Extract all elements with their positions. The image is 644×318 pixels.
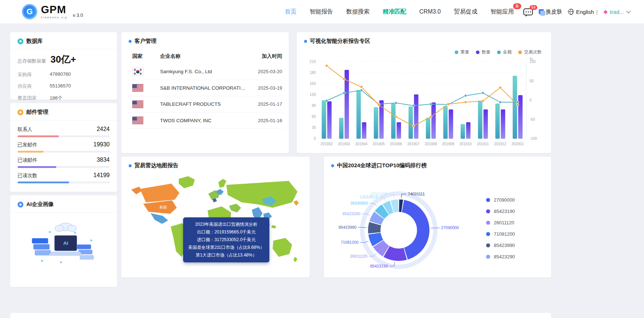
navbar: G GPM tradesns.vip v 3.0 首页智能报告数据搜索精准匹配C…	[0, 0, 644, 23]
divider: |	[596, 9, 598, 15]
legend-dot	[486, 243, 490, 247]
company-name: TABLECRAFT PRODUCTS	[160, 101, 247, 107]
new-badge: 新	[513, 3, 521, 9]
flag-icon-us	[132, 117, 143, 124]
db-stat-value: 186个	[50, 95, 62, 101]
country-greenland	[179, 176, 195, 188]
db-stat-label: 供应商	[18, 83, 40, 90]
country-japan	[293, 201, 299, 206]
analysis-report-card: 可视化智能分析报告专区 重量数量金额交易次数 03060901201501802…	[297, 32, 551, 153]
database-icon	[18, 38, 23, 44]
language-label: English	[576, 9, 594, 15]
legend-dot	[476, 50, 480, 54]
progress-bar-fill	[18, 135, 59, 137]
svg-text:201907: 201907	[408, 142, 420, 146]
nav-item-精准匹配[interactable]: 精准匹配	[383, 8, 406, 16]
mail-stat-value: 2424	[96, 126, 110, 132]
nav-item-CRM3.0[interactable]: CRM3.0	[419, 8, 441, 15]
nav-item-智能报告[interactable]: 智能报告	[310, 8, 333, 16]
progress-bar-track	[18, 182, 110, 183]
db-stat-row: 供应商55136570	[18, 81, 110, 92]
logo-subtitle: tradesns.vip	[41, 16, 68, 19]
svg-text:0: 0	[530, 98, 532, 102]
svg-text:201902: 201902	[321, 142, 333, 146]
svg-text:-100: -100	[530, 136, 537, 141]
legend-dot	[486, 198, 490, 202]
db-stat-row: 覆盖国家186个	[18, 92, 110, 104]
svg-text:150: 150	[310, 82, 316, 86]
legend-dot	[455, 50, 458, 54]
donut-legend-item-85423290[interactable]: 85423290	[486, 254, 515, 259]
country-alaska	[131, 187, 141, 194]
legend-item-交易次数[interactable]: 交易次数	[518, 49, 542, 55]
legend-item-数量[interactable]: 数量	[476, 49, 490, 55]
tooltip-line: 美国是全球第2出口市场（占比8.68%）	[187, 244, 265, 251]
svg-text:210: 210	[310, 60, 316, 64]
customer-table-row[interactable]: TABLECRAFT PRODUCTS2025-01-17	[127, 96, 284, 113]
user-menu[interactable]: ◆ trad...	[603, 8, 630, 15]
legend-item-金额[interactable]: 金额	[497, 49, 512, 55]
analysis-bar-line-chart[interactable]: 0306090120150180210-100-50050100%2019022…	[304, 56, 544, 148]
legend-item-重量[interactable]: 重量	[455, 49, 469, 55]
donut-legend-item-85423190[interactable]: 85423190	[486, 209, 515, 214]
donut-legend-item-85423990[interactable]: 85423990	[486, 243, 515, 248]
svg-text:201903: 201903	[338, 142, 351, 146]
map-us-label: 美国	[159, 205, 166, 209]
import-donut-chart[interactable]: 7403111127090000854231902601112071081200…	[324, 173, 485, 283]
map-card-header: 贸易雷达地图报告	[121, 157, 310, 173]
donut-legend-item-27090000[interactable]: 27090000	[486, 197, 515, 203]
europe-dark	[212, 198, 217, 202]
country-canada	[140, 184, 179, 202]
map-tooltip: 2023年美国进出口贸易情况分析出口额：2019159665.0千美元进口额：3…	[183, 217, 269, 262]
bullet-icon	[304, 40, 307, 43]
donut-callout-label: 74031111	[408, 192, 425, 196]
nav-item-贸易促成[interactable]: 贸易促成	[454, 8, 477, 16]
main-column: 客户管理 国家企业名称加入时间Samkyung F.S. Co., Ltd202…	[121, 32, 551, 287]
customer-table-row[interactable]: S&B INTERNATIONAL CORPORATION2025-03-19	[127, 80, 284, 97]
svg-text:201908: 201908	[425, 142, 437, 146]
nav-item-数据搜索[interactable]: 数据搜索	[346, 8, 370, 16]
analysis-card-title: 可视化智能分析报告专区	[310, 38, 370, 45]
company-name: S&B INTERNATIONAL CORPORATION	[160, 85, 247, 91]
donut-callout-label: 85423190	[370, 264, 388, 268]
donut-legend-item-26011120[interactable]: 26011120	[486, 220, 515, 225]
database-card: 数据库 总存储数据量 30亿+ 采购商47890760供应商55136570覆盖…	[10, 32, 117, 100]
change-skin-button[interactable]: 换皮肤	[539, 8, 562, 15]
donut-legend-item-71081200[interactable]: 71081200	[486, 231, 515, 237]
svg-text:50: 50	[530, 79, 534, 83]
progress-bar-fill	[18, 151, 43, 153]
company-name: TWOS COMPANY, INC	[160, 118, 247, 123]
ai-illustration-graphic: AI	[18, 216, 109, 277]
customer-table-row[interactable]: Samkyung F.S. Co., Ltd2025-03-20	[127, 64, 284, 80]
donut-slice-27090000[interactable]	[402, 200, 429, 259]
country-mexico	[151, 213, 168, 224]
logo[interactable]: G GPM tradesns.vip v 3.0	[22, 4, 83, 19]
donut-callout-label: 27111100	[371, 192, 388, 196]
svg-text:201911: 201911	[477, 142, 489, 146]
version-label: v 3.0	[73, 12, 83, 19]
language-switcher[interactable]: English |	[568, 9, 598, 15]
mail-stat-line: 已读邮件3834	[18, 157, 110, 164]
skin-label: 换皮肤	[546, 8, 562, 15]
nav-item-智能应用[interactable]: 智能应用新	[490, 8, 514, 16]
nav-right: 64 换皮肤 English | ◆ trad...	[523, 8, 630, 15]
import-top10-card: 中国2024全球进口TOP10编码排行榜 7403111127090000854…	[324, 157, 551, 277]
legend-code: 85423290	[494, 254, 515, 259]
analysis-legend: 重量数量金额交易次数	[297, 49, 551, 56]
gpm-logo-icon: G	[22, 4, 37, 19]
donut-callout-label: 71081200	[341, 240, 359, 244]
country-australia	[272, 238, 292, 257]
donut-body: 7403111127090000854231902601112071081200…	[324, 173, 551, 283]
mail-stat-line: 已发邮件19930	[18, 141, 110, 148]
mail-stats-list: 联系人2424已发邮件19930已读邮件3834已读次数14199	[10, 120, 117, 183]
middle-east	[229, 204, 241, 213]
svg-text:60: 60	[312, 115, 316, 119]
mail-stat-item: 已读次数14199	[18, 172, 110, 183]
donut-callout-label: 85423290	[342, 212, 360, 216]
bullet-icon	[331, 164, 334, 167]
mail-stat-label: 已读邮件	[18, 157, 37, 164]
svg-text:180: 180	[310, 71, 316, 75]
messages-button[interactable]: 64	[523, 8, 533, 15]
nav-item-首页[interactable]: 首页	[285, 8, 296, 16]
customer-table-row[interactable]: TWOS COMPANY, INC2025-01-16	[127, 113, 284, 129]
